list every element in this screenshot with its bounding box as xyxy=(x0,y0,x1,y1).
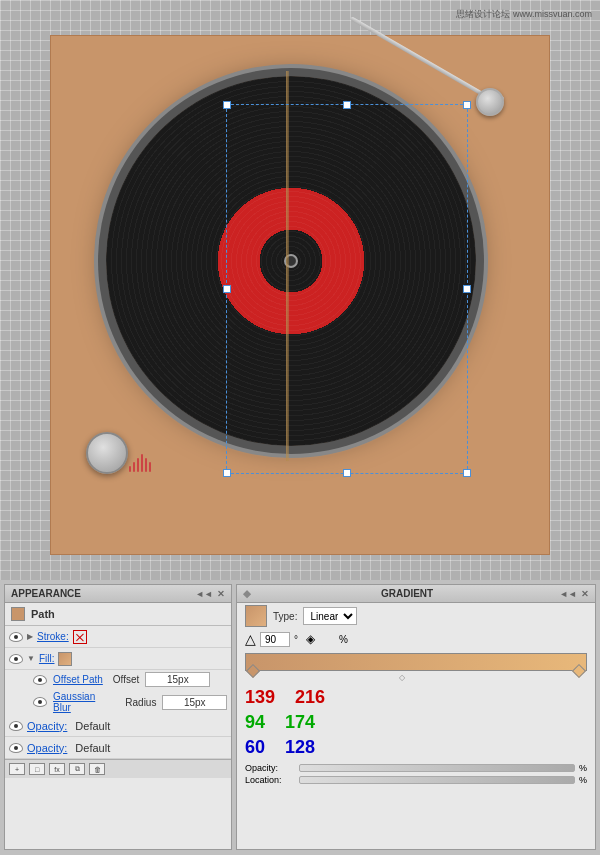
gradient-title: GRADIENT xyxy=(381,588,433,599)
green-value-1: 94 xyxy=(245,712,265,733)
opacity-slider-label: Opacity: xyxy=(245,763,295,773)
fill-row: ▼ Fill: xyxy=(5,648,231,670)
gradient-panel-header: ◆ GRADIENT ◄◄ ✕ xyxy=(237,585,595,603)
handle-bm[interactable] xyxy=(343,469,351,477)
offset-path-link[interactable]: Offset Path xyxy=(53,674,103,685)
vol-line-4 xyxy=(141,454,143,472)
vol-line-5 xyxy=(145,458,147,472)
rgb-green-values: 94 174 xyxy=(237,712,595,737)
gradient-stop-left[interactable] xyxy=(246,664,260,678)
fx-button[interactable]: fx xyxy=(49,763,65,775)
stroke-visibility-icon[interactable] xyxy=(9,632,23,642)
location-slider-label: Location: xyxy=(245,775,295,785)
canvas-area: 思绪设计论坛 www.missvuan.com xyxy=(0,0,600,580)
volume-indicator xyxy=(129,454,151,472)
fill-color-swatch[interactable] xyxy=(58,652,72,666)
gradient-diamond-icon: ◆ xyxy=(243,588,251,599)
path-color-swatch[interactable] xyxy=(11,607,25,621)
square-icon[interactable]: □ xyxy=(29,763,45,775)
opacity-slider[interactable] xyxy=(299,764,575,772)
vol-line-3 xyxy=(137,458,139,472)
angle-row: △ 90 ° ◈ % xyxy=(237,629,595,649)
appearance-panel-header: APPEARANCE ◄◄ ✕ xyxy=(5,585,231,603)
gradient-panel: ◆ GRADIENT ◄◄ ✕ Type: Linear △ 90 ° ◈ % xyxy=(236,584,596,850)
opacity-label: Opacity: xyxy=(27,720,67,732)
gradient-close-icon[interactable]: ✕ xyxy=(581,589,589,599)
opacity2-visibility-icon[interactable] xyxy=(9,743,23,753)
appearance-title: APPEARANCE xyxy=(11,588,81,599)
gradient-preview-swatch[interactable] xyxy=(245,605,267,627)
collapse-icon[interactable]: ◄◄ xyxy=(195,589,213,599)
fill-visibility-icon[interactable] xyxy=(9,654,23,664)
appearance-panel-controls: ◄◄ ✕ xyxy=(195,589,225,599)
fill-link[interactable]: Fill: xyxy=(39,653,55,664)
gradient-midpoint[interactable]: ◇ xyxy=(399,673,405,682)
location-percent: % xyxy=(579,775,587,785)
bottom-panel: APPEARANCE ◄◄ ✕ Path ▶ Stroke: ▼ Fill: xyxy=(0,580,600,855)
opacity-row: Opacity: Default xyxy=(5,715,231,737)
watermark: 思绪设计论坛 www.missvuan.com xyxy=(456,8,592,21)
radius-label: Radius xyxy=(125,697,156,708)
opacity-percent: % xyxy=(579,763,587,773)
delete-button[interactable]: 🗑 xyxy=(89,763,105,775)
location-slider-row: Location: % xyxy=(237,774,595,786)
location-slider[interactable] xyxy=(299,776,575,784)
red-value-2: 216 xyxy=(295,687,325,708)
stroke-arrow: ▶ xyxy=(27,632,33,641)
gaussian-blur-row: Gaussian Blur Radius 15px xyxy=(5,689,231,715)
gradient-type-select[interactable]: Linear xyxy=(303,607,357,625)
path-label: Path xyxy=(31,608,55,620)
handle-br[interactable] xyxy=(463,469,471,477)
gradient-type-row: Type: Linear xyxy=(237,603,595,629)
opacity2-value: Default xyxy=(75,742,110,754)
duplicate-button[interactable]: ⧉ xyxy=(69,763,85,775)
angle-knob-icon: ◈ xyxy=(306,632,315,646)
radius-value-field[interactable]: 15px xyxy=(162,695,227,710)
opacity-visibility-icon[interactable] xyxy=(9,721,23,731)
add-item-button[interactable]: + xyxy=(9,763,25,775)
tonearm-pivot xyxy=(476,88,504,116)
path-title-row: Path xyxy=(5,603,231,626)
gradient-panel-controls: ◄◄ ✕ xyxy=(559,589,589,599)
vol-line-6 xyxy=(149,462,151,472)
blue-value-2: 128 xyxy=(285,737,315,758)
green-value-2: 174 xyxy=(285,712,315,733)
gaussian-blur-visibility-icon[interactable] xyxy=(33,697,47,707)
appearance-panel: APPEARANCE ◄◄ ✕ Path ▶ Stroke: ▼ Fill: xyxy=(4,584,232,850)
turntable-canvas xyxy=(50,35,550,555)
gradient-stop-right[interactable] xyxy=(572,664,586,678)
close-icon[interactable]: ✕ xyxy=(217,589,225,599)
blue-value-1: 60 xyxy=(245,737,265,758)
type-label: Type: xyxy=(273,611,297,622)
offset-value-field[interactable]: 15px xyxy=(145,672,210,687)
stroke-color-swatch[interactable] xyxy=(73,630,87,644)
handle-bl[interactable] xyxy=(223,469,231,477)
gradient-collapse-icon[interactable]: ◄◄ xyxy=(559,589,577,599)
rgb-blue-values: 60 128 xyxy=(237,737,595,762)
angle-unit: ° xyxy=(294,634,298,645)
fill-arrow: ▼ xyxy=(27,654,35,663)
angle-icon: △ xyxy=(245,631,256,647)
opacity2-label: Opacity: xyxy=(27,742,67,754)
opacity-value: Default xyxy=(75,720,110,732)
offset-label: Offset xyxy=(113,674,140,685)
red-value-1: 139 xyxy=(245,687,275,708)
vol-line-1 xyxy=(129,466,131,472)
offset-path-row: Offset Path Offset 15px xyxy=(5,670,231,689)
opacity-slider-row: Opacity: % xyxy=(237,762,595,774)
stroke-row: ▶ Stroke: xyxy=(5,626,231,648)
offset-path-visibility-icon[interactable] xyxy=(33,675,47,685)
vol-line-2 xyxy=(133,462,135,472)
rgb-values: 139 216 xyxy=(237,683,595,712)
handle-tr[interactable] xyxy=(463,101,471,109)
gradient-bar[interactable]: ◇ xyxy=(245,653,587,671)
vinyl-record xyxy=(106,76,476,446)
stroke-link[interactable]: Stroke: xyxy=(37,631,69,642)
appearance-footer: + □ fx ⧉ 🗑 xyxy=(5,759,231,778)
percent-sign: % xyxy=(339,634,348,645)
angle-input[interactable]: 90 xyxy=(260,632,290,647)
volume-knob[interactable] xyxy=(86,432,128,474)
gaussian-blur-link[interactable]: Gaussian Blur xyxy=(53,691,115,713)
spindle-guide xyxy=(286,71,289,461)
opacity2-row: Opacity: Default xyxy=(5,737,231,759)
